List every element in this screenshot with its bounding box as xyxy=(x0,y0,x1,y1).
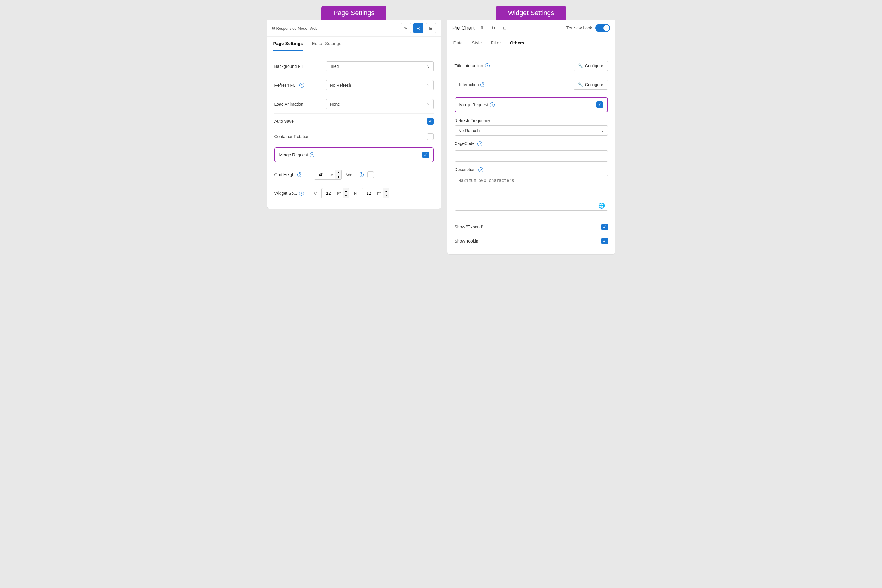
grid-height-input[interactable]: 40 xyxy=(314,171,328,179)
adapt-help-icon[interactable]: ? xyxy=(359,172,364,177)
tab-data[interactable]: Data xyxy=(454,36,463,50)
widget-spacing-v-down[interactable]: ▼ xyxy=(343,193,349,198)
widget-merge-request-label: Merge Request ? xyxy=(460,102,508,107)
load-animation-label: Load Animation xyxy=(275,102,323,106)
widget-settings-content: Title Interaction ? 🔧 Configure ... Inte… xyxy=(448,50,615,254)
cagecode-help-icon[interactable]: ? xyxy=(478,141,482,146)
page-settings-panel-wrapper: Page Settings ⊡ Responsive Mode: Web ✎ R… xyxy=(267,6,441,209)
try-new-look-toggle[interactable] xyxy=(595,24,610,32)
cagecode-section: CageCode ? xyxy=(455,138,608,164)
interaction-help-icon[interactable]: ? xyxy=(481,82,485,87)
refresh-frequency-section: Refresh Frequency No Refresh ∨ xyxy=(455,115,608,138)
merge-request-checkbox[interactable] xyxy=(422,152,429,158)
load-animation-control: None ∨ xyxy=(326,99,434,109)
container-rotation-row: Container Rotation xyxy=(275,129,434,144)
refresh-help-icon[interactable]: ? xyxy=(299,83,304,88)
widget-spacing-label: Widget Sp... ? xyxy=(275,191,311,196)
tab-style[interactable]: Style xyxy=(472,36,482,50)
widget-settings-panel: Pie Chart ⇅ ↻ ⊡ Try New Look Data Style … xyxy=(447,20,615,255)
widget-merge-request-checkbox[interactable] xyxy=(597,102,603,108)
settings-icon-btn[interactable]: R xyxy=(413,23,424,33)
grid-height-up[interactable]: ▲ xyxy=(335,170,341,175)
grid-icon-btn[interactable]: ⊞ xyxy=(426,23,436,33)
sort-icon-btn[interactable]: ⇅ xyxy=(478,24,486,32)
grid-height-help-icon[interactable]: ? xyxy=(297,172,302,177)
page-settings-content: Background Fill Tiled ∨ Refresh Fr... ? … xyxy=(267,51,441,208)
grid-height-input-wrapper: 40 px ▲ ▼ xyxy=(314,170,342,180)
merge-request-help-icon[interactable]: ? xyxy=(310,153,314,157)
configure-icon-1: 🔧 xyxy=(578,63,583,68)
background-fill-row: Background Fill Tiled ∨ xyxy=(275,57,434,76)
widget-spacing-help-icon[interactable]: ? xyxy=(299,191,304,196)
adapt-checkbox[interactable] xyxy=(367,171,374,178)
cagecode-label: CageCode ? xyxy=(455,141,608,146)
interaction-row: ... Interaction ? 🔧 Configure xyxy=(455,75,608,94)
merge-request-row: Merge Request ? xyxy=(275,147,434,162)
background-fill-chevron: ∨ xyxy=(427,64,430,68)
refresh-frequency-label: Refresh Fr... ? xyxy=(275,83,323,88)
auto-save-label: Auto Save xyxy=(275,119,323,124)
refresh-frequency-chevron: ∨ xyxy=(427,83,430,87)
divider xyxy=(455,217,608,217)
title-interaction-configure-btn[interactable]: 🔧 Configure xyxy=(574,61,608,71)
page-settings-toolbar: ⊡ Responsive Mode: Web ✎ R ⊞ xyxy=(267,20,441,37)
widget-settings-panel-wrapper: Widget Settings Pie Chart ⇅ ↻ ⊡ Try New … xyxy=(447,6,615,255)
grid-height-down[interactable]: ▼ xyxy=(335,175,341,180)
widget-spacing-row: Widget Sp... ? V px ▲ ▼ H px xyxy=(275,184,434,202)
show-tooltip-checkbox[interactable] xyxy=(601,238,608,244)
refresh-frequency-dropdown[interactable]: No Refresh ∨ xyxy=(326,80,434,90)
h-label: H xyxy=(354,191,357,196)
widget-merge-request-row: Merge Request ? xyxy=(455,97,608,112)
widget-spacing-v-unit: px xyxy=(335,189,343,197)
tab-filter[interactable]: Filter xyxy=(491,36,501,50)
tab-others[interactable]: Others xyxy=(510,36,524,50)
widget-spacing-h-down[interactable]: ▼ xyxy=(383,193,389,198)
widget-spacing-h-arrows: ▲ ▼ xyxy=(383,189,389,198)
auto-save-row: Auto Save xyxy=(275,114,434,129)
show-tooltip-label: Show Tooltip xyxy=(455,238,601,243)
cagecode-input[interactable] xyxy=(455,150,608,162)
grid-height-arrows: ▲ ▼ xyxy=(335,170,341,180)
show-expand-checkbox[interactable] xyxy=(601,224,608,230)
widget-spacing-h-unit: px xyxy=(376,189,383,197)
widget-title: Pie Chart xyxy=(452,25,475,31)
grid-height-unit: px xyxy=(328,171,335,178)
widget-toolbar: Pie Chart ⇅ ↻ ⊡ Try New Look xyxy=(448,20,615,36)
try-new-look-label: Try New Look xyxy=(566,26,592,30)
show-tooltip-row: Show Tooltip xyxy=(455,234,608,248)
auto-save-checkbox[interactable] xyxy=(427,118,434,124)
description-help-icon[interactable]: ? xyxy=(478,168,483,172)
widget-refresh-chevron: ∨ xyxy=(601,129,604,133)
title-interaction-label: Title Interaction ? xyxy=(455,63,503,68)
page-settings-panel: ⊡ Responsive Mode: Web ✎ R ⊞ Page Settin… xyxy=(267,20,441,209)
widget-spacing-v-input-wrapper: px ▲ ▼ xyxy=(322,188,349,198)
load-animation-dropdown[interactable]: None ∨ xyxy=(326,99,434,109)
description-section: Description ? 🌐 xyxy=(455,164,608,214)
background-fill-dropdown[interactable]: Tiled ∨ xyxy=(326,61,434,71)
edit-icon-btn[interactable]: ✎ xyxy=(401,23,411,33)
widget-settings-header: Widget Settings xyxy=(496,6,566,20)
background-fill-label: Background Fill xyxy=(275,64,323,69)
widget-spacing-v-up[interactable]: ▲ xyxy=(343,189,349,193)
widget-spacing-v-input[interactable] xyxy=(322,189,335,198)
background-fill-control: Tiled ∨ xyxy=(326,61,434,71)
tab-editor-settings[interactable]: Editor Settings xyxy=(312,37,341,51)
adapt-label: Adap... ? xyxy=(346,172,364,177)
interaction-label: ... Interaction ? xyxy=(455,82,503,87)
load-animation-chevron: ∨ xyxy=(427,102,430,106)
refresh-icon-btn[interactable]: ↻ xyxy=(489,24,497,32)
description-textarea[interactable] xyxy=(455,175,608,211)
widget-merge-request-help-icon[interactable]: ? xyxy=(490,102,494,107)
configure-icon-2: 🔧 xyxy=(578,82,583,87)
interaction-configure-btn[interactable]: 🔧 Configure xyxy=(574,80,608,90)
grid-height-label: Grid Height ? xyxy=(275,172,311,177)
refresh-frequency-control: No Refresh ∨ xyxy=(326,80,434,90)
title-interaction-help-icon[interactable]: ? xyxy=(485,63,490,68)
widget-spacing-h-input[interactable] xyxy=(362,189,376,198)
tab-page-settings[interactable]: Page Settings xyxy=(273,37,303,51)
show-expand-label: Show "Expand" xyxy=(455,225,601,230)
filter-icon-btn[interactable]: ⊡ xyxy=(500,24,509,32)
widget-refresh-frequency-dropdown[interactable]: No Refresh ∨ xyxy=(455,126,608,136)
widget-spacing-h-up[interactable]: ▲ xyxy=(383,189,389,193)
container-rotation-checkbox[interactable] xyxy=(427,133,434,140)
